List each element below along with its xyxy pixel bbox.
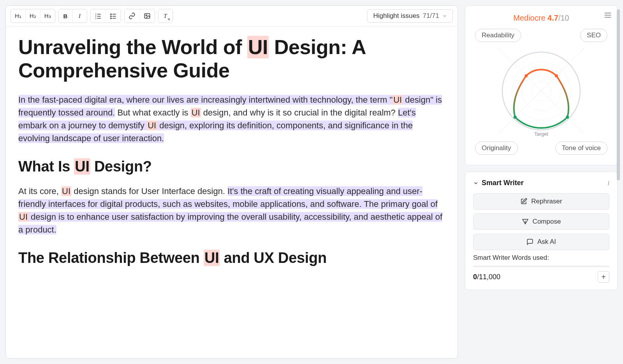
smart-writer-card: Smart Writer i Rephraser Compose Ask AI …	[465, 172, 618, 290]
paragraph[interactable]: At its core, UI design stands for User I…	[18, 185, 445, 236]
svg-line-18	[498, 48, 584, 134]
metric-originality-pill[interactable]: Originality	[475, 142, 518, 155]
svg-point-8	[110, 16, 111, 17]
keyword-highlight: UI	[191, 108, 201, 117]
highlight-issues-dropdown[interactable]: Highlight issues 71/71	[367, 9, 453, 23]
words-used-value: 0	[473, 273, 477, 281]
smart-writer-title: Smart Writer	[482, 179, 524, 187]
chevron-down-icon	[442, 14, 447, 18]
words-usage-bar	[473, 266, 609, 267]
bullet-list-button[interactable]	[106, 9, 121, 23]
toolbar: H₁ H₂ H₃ B I 123	[6, 6, 458, 26]
ask-ai-button[interactable]: Ask AI	[473, 234, 609, 250]
side-panel: Mediocre 4.7/10 Readability SEO Original…	[465, 5, 618, 359]
chat-icon	[526, 238, 533, 245]
menu-button[interactable]	[604, 11, 612, 21]
keyword-highlight: UI	[61, 186, 71, 196]
metric-seo-pill[interactable]: SEO	[580, 29, 607, 42]
chevron-down-icon[interactable]	[473, 180, 479, 186]
image-button[interactable]	[140, 9, 155, 23]
svg-text:3: 3	[95, 17, 96, 19]
keyword-highlight: UI	[204, 250, 220, 266]
heading-2[interactable]: What Is UI Design?	[18, 156, 445, 178]
keyword-highlight: UI	[18, 212, 28, 222]
keyword-highlight: UI	[147, 121, 157, 130]
editor-content[interactable]: Unraveling the World of UI Design: A Com…	[6, 26, 458, 285]
score-card: Mediocre 4.7/10 Readability SEO Original…	[465, 5, 618, 165]
bold-button[interactable]: B	[59, 9, 73, 23]
svg-point-13	[146, 15, 147, 16]
compose-button[interactable]: Compose	[473, 214, 609, 230]
compose-icon	[522, 218, 529, 225]
editor-panel: H₁ H₂ H₃ B I 123	[5, 5, 458, 359]
info-icon[interactable]: i	[608, 180, 609, 187]
svg-point-10	[110, 18, 111, 19]
svg-point-23	[524, 74, 528, 77]
clear-formatting-button[interactable]: T✕	[158, 9, 172, 23]
keyword-highlight: UI	[392, 95, 403, 105]
score-title: Mediocre 4.7/10	[513, 14, 569, 23]
highlight-issues-count: 71/71	[422, 12, 439, 20]
words-used-label: Smart Writer Words used:	[473, 254, 609, 262]
keyword-highlight: UI	[247, 36, 269, 58]
italic-button[interactable]: I	[73, 9, 87, 23]
rephraser-icon	[520, 198, 527, 205]
svg-point-24	[555, 74, 558, 77]
radar-chart	[495, 44, 588, 138]
heading-1-button[interactable]: H₁	[11, 9, 26, 23]
rephraser-button[interactable]: Rephraser	[473, 193, 609, 210]
svg-point-26	[514, 116, 517, 119]
document-title[interactable]: Unraveling the World of UI Design: A Com…	[18, 36, 445, 82]
metric-readability-pill[interactable]: Readability	[475, 29, 521, 42]
heading-2[interactable]: The Relationship Between UI and UX Desig…	[18, 247, 445, 269]
words-total-value: /11,000	[477, 273, 500, 281]
paragraph[interactable]: In the fast-paced digital era, where our…	[18, 93, 445, 145]
numbered-list-button[interactable]: 123	[91, 9, 106, 23]
svg-point-25	[566, 116, 569, 119]
svg-point-6	[110, 14, 111, 14]
heading-3-button[interactable]: H₃	[40, 9, 55, 23]
keyword-highlight: UI	[74, 158, 90, 175]
link-button[interactable]	[125, 9, 140, 23]
heading-2-button[interactable]: H₂	[26, 9, 40, 23]
scrollbar[interactable]	[617, 9, 620, 180]
add-words-button[interactable]: +	[598, 271, 609, 283]
metric-tone-pill[interactable]: Tone of voice	[555, 142, 607, 155]
highlight-issues-label: Highlight issues	[373, 12, 419, 20]
